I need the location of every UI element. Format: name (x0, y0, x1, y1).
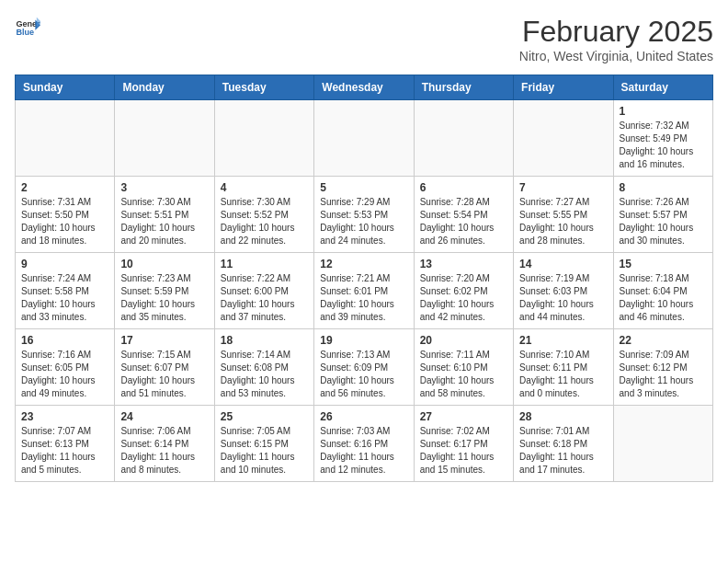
day-info: Sunrise: 7:05 AM Sunset: 6:15 PM Dayligh… (221, 425, 308, 477)
day-number: 27 (420, 410, 507, 423)
day-info: Sunrise: 7:19 AM Sunset: 6:03 PM Dayligh… (519, 272, 607, 324)
calendar-table: SundayMondayTuesdayWednesdayThursdayFrid… (15, 75, 713, 482)
calendar-cell (414, 100, 513, 177)
day-info: Sunrise: 7:01 AM Sunset: 6:18 PM Dayligh… (519, 425, 607, 477)
day-info: Sunrise: 7:09 AM Sunset: 6:12 PM Dayligh… (620, 349, 707, 400)
calendar-week-3: 9Sunrise: 7:24 AM Sunset: 5:58 PM Daylig… (16, 253, 713, 329)
weekday-header-wednesday: Wednesday (314, 75, 414, 100)
day-number: 5 (320, 181, 407, 194)
day-info: Sunrise: 7:13 AM Sunset: 6:09 PM Dayligh… (320, 349, 407, 400)
month-title: February 2025 (519, 15, 713, 49)
day-number: 15 (620, 258, 707, 270)
day-number: 11 (221, 258, 308, 270)
day-info: Sunrise: 7:10 AM Sunset: 6:11 PM Dayligh… (519, 349, 607, 400)
day-number: 3 (120, 181, 208, 194)
day-number: 8 (620, 181, 707, 194)
day-number: 2 (21, 181, 108, 194)
day-number: 18 (221, 334, 308, 347)
calendar-cell: 12Sunrise: 7:21 AM Sunset: 6:01 PM Dayli… (314, 253, 414, 329)
day-info: Sunrise: 7:26 AM Sunset: 5:57 PM Dayligh… (620, 196, 707, 247)
calendar-cell: 14Sunrise: 7:19 AM Sunset: 6:03 PM Dayli… (514, 253, 613, 329)
calendar-cell (514, 100, 613, 177)
weekday-header-tuesday: Tuesday (214, 75, 313, 100)
day-info: Sunrise: 7:03 AM Sunset: 6:16 PM Dayligh… (320, 425, 407, 477)
calendar-cell: 20Sunrise: 7:11 AM Sunset: 6:10 PM Dayli… (414, 329, 513, 406)
calendar-cell: 19Sunrise: 7:13 AM Sunset: 6:09 PM Dayli… (314, 329, 414, 406)
calendar-cell: 1Sunrise: 7:32 AM Sunset: 5:49 PM Daylig… (613, 100, 712, 177)
day-number: 12 (320, 258, 407, 270)
weekday-header-saturday: Saturday (613, 75, 712, 100)
day-info: Sunrise: 7:07 AM Sunset: 6:13 PM Dayligh… (21, 425, 108, 477)
day-info: Sunrise: 7:30 AM Sunset: 5:52 PM Dayligh… (221, 196, 308, 247)
calendar-cell: 16Sunrise: 7:16 AM Sunset: 6:05 PM Dayli… (16, 329, 115, 406)
logo: General Blue (15, 15, 40, 40)
day-info: Sunrise: 7:22 AM Sunset: 6:00 PM Dayligh… (221, 272, 308, 324)
weekday-header-sunday: Sunday (16, 75, 115, 100)
day-number: 13 (420, 258, 507, 270)
weekday-header-monday: Monday (115, 75, 214, 100)
calendar-cell: 23Sunrise: 7:07 AM Sunset: 6:13 PM Dayli… (16, 406, 115, 482)
day-number: 16 (21, 334, 108, 347)
day-number: 20 (420, 334, 507, 347)
calendar-cell (314, 100, 414, 177)
calendar-cell: 9Sunrise: 7:24 AM Sunset: 5:58 PM Daylig… (16, 253, 115, 329)
calendar-cell (613, 406, 712, 482)
day-number: 21 (519, 334, 607, 347)
calendar-cell: 11Sunrise: 7:22 AM Sunset: 6:00 PM Dayli… (214, 253, 313, 329)
day-number: 26 (320, 410, 407, 423)
calendar-cell: 26Sunrise: 7:03 AM Sunset: 6:16 PM Dayli… (314, 406, 414, 482)
day-info: Sunrise: 7:23 AM Sunset: 5:59 PM Dayligh… (120, 272, 208, 324)
day-number: 28 (519, 410, 607, 423)
calendar-cell: 21Sunrise: 7:10 AM Sunset: 6:11 PM Dayli… (514, 329, 613, 406)
weekday-header-friday: Friday (514, 75, 613, 100)
calendar-cell: 5Sunrise: 7:29 AM Sunset: 5:53 PM Daylig… (314, 177, 414, 253)
day-number: 10 (120, 258, 208, 270)
day-info: Sunrise: 7:06 AM Sunset: 6:14 PM Dayligh… (120, 425, 208, 477)
calendar-cell: 24Sunrise: 7:06 AM Sunset: 6:14 PM Dayli… (115, 406, 214, 482)
calendar-week-4: 16Sunrise: 7:16 AM Sunset: 6:05 PM Dayli… (16, 329, 713, 406)
calendar-cell: 28Sunrise: 7:01 AM Sunset: 6:18 PM Dayli… (514, 406, 613, 482)
location: Nitro, West Virginia, United States (519, 49, 713, 63)
calendar-cell (16, 100, 115, 177)
calendar-week-5: 23Sunrise: 7:07 AM Sunset: 6:13 PM Dayli… (16, 406, 713, 482)
day-info: Sunrise: 7:02 AM Sunset: 6:17 PM Dayligh… (420, 425, 507, 477)
calendar-cell: 15Sunrise: 7:18 AM Sunset: 6:04 PM Dayli… (613, 253, 712, 329)
day-number: 24 (120, 410, 208, 423)
weekday-header-row: SundayMondayTuesdayWednesdayThursdayFrid… (16, 75, 713, 100)
calendar-cell: 3Sunrise: 7:30 AM Sunset: 5:51 PM Daylig… (115, 177, 214, 253)
calendar-cell: 13Sunrise: 7:20 AM Sunset: 6:02 PM Dayli… (414, 253, 513, 329)
day-number: 19 (320, 334, 407, 347)
calendar-cell: 10Sunrise: 7:23 AM Sunset: 5:59 PM Dayli… (115, 253, 214, 329)
calendar-cell: 18Sunrise: 7:14 AM Sunset: 6:08 PM Dayli… (214, 329, 313, 406)
day-info: Sunrise: 7:20 AM Sunset: 6:02 PM Dayligh… (420, 272, 507, 324)
day-number: 1 (620, 105, 707, 118)
calendar-cell: 27Sunrise: 7:02 AM Sunset: 6:17 PM Dayli… (414, 406, 513, 482)
day-info: Sunrise: 7:14 AM Sunset: 6:08 PM Dayligh… (221, 349, 308, 400)
day-number: 4 (221, 181, 308, 194)
calendar-cell: 22Sunrise: 7:09 AM Sunset: 6:12 PM Dayli… (613, 329, 712, 406)
calendar-cell: 4Sunrise: 7:30 AM Sunset: 5:52 PM Daylig… (214, 177, 313, 253)
day-info: Sunrise: 7:29 AM Sunset: 5:53 PM Dayligh… (320, 196, 407, 247)
day-number: 14 (519, 258, 607, 270)
day-info: Sunrise: 7:11 AM Sunset: 6:10 PM Dayligh… (420, 349, 507, 400)
day-number: 25 (221, 410, 308, 423)
calendar-cell: 2Sunrise: 7:31 AM Sunset: 5:50 PM Daylig… (16, 177, 115, 253)
day-info: Sunrise: 7:24 AM Sunset: 5:58 PM Dayligh… (21, 272, 108, 324)
day-number: 7 (519, 181, 607, 194)
day-info: Sunrise: 7:32 AM Sunset: 5:49 PM Dayligh… (620, 120, 707, 171)
calendar-cell: 6Sunrise: 7:28 AM Sunset: 5:54 PM Daylig… (414, 177, 513, 253)
calendar-cell: 17Sunrise: 7:15 AM Sunset: 6:07 PM Dayli… (115, 329, 214, 406)
logo-icon: General Blue (15, 15, 40, 40)
day-info: Sunrise: 7:31 AM Sunset: 5:50 PM Dayligh… (21, 196, 108, 247)
svg-text:Blue: Blue (16, 28, 34, 37)
day-number: 23 (21, 410, 108, 423)
day-info: Sunrise: 7:28 AM Sunset: 5:54 PM Dayligh… (420, 196, 507, 247)
day-info: Sunrise: 7:16 AM Sunset: 6:05 PM Dayligh… (21, 349, 108, 400)
calendar-week-1: 1Sunrise: 7:32 AM Sunset: 5:49 PM Daylig… (16, 100, 713, 177)
weekday-header-thursday: Thursday (414, 75, 513, 100)
day-info: Sunrise: 7:30 AM Sunset: 5:51 PM Dayligh… (120, 196, 208, 247)
day-info: Sunrise: 7:18 AM Sunset: 6:04 PM Dayligh… (620, 272, 707, 324)
day-number: 22 (620, 334, 707, 347)
day-info: Sunrise: 7:21 AM Sunset: 6:01 PM Dayligh… (320, 272, 407, 324)
day-number: 9 (21, 258, 108, 270)
